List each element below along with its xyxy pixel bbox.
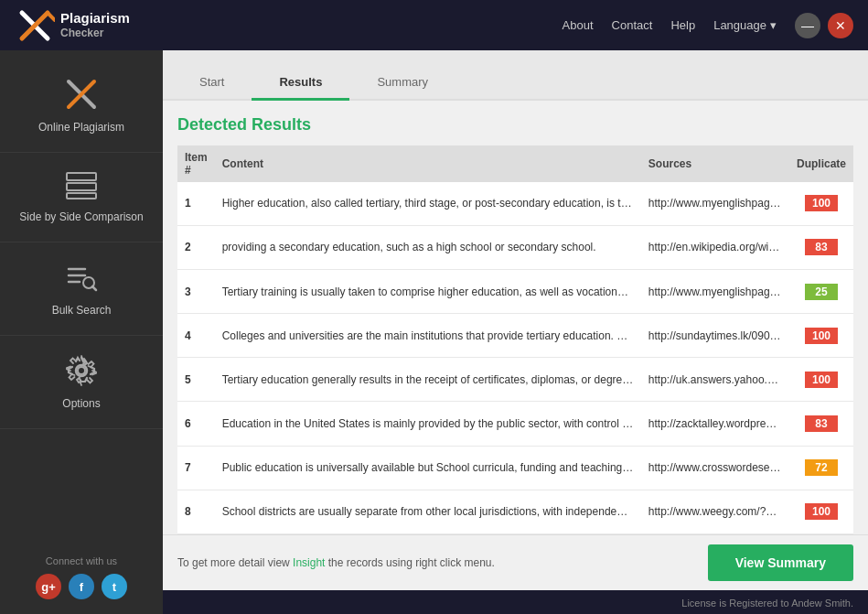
sidebar-bottom: Connect with us g+ f t	[0, 541, 163, 614]
row-content: Public education is universally availabl…	[215, 446, 641, 490]
duplicate-badge: 83	[805, 239, 838, 255]
results-content: Detected Results Item # Content Sources …	[163, 101, 868, 534]
nav-help[interactable]: Help	[670, 18, 695, 32]
sidebar-item-options[interactable]: Options	[0, 336, 163, 429]
svg-rect-8	[67, 193, 96, 199]
col-content: Content	[215, 145, 641, 182]
insight-link[interactable]: Insight	[293, 556, 325, 569]
row-source: http://uk.answers.yahoo.co....	[641, 358, 789, 402]
language-dropdown[interactable]: Language ▾	[713, 18, 777, 32]
svg-rect-7	[67, 183, 96, 190]
close-button[interactable]: ✕	[828, 13, 853, 38]
row-source: http://en.wikipedia.org/wiki....	[641, 225, 789, 269]
social-icons: g+ f t	[15, 574, 148, 599]
row-source: http://sundaytimes.lk/09092....	[641, 314, 789, 358]
tabs-bar: Start Results Summary	[163, 50, 868, 101]
row-duplicate: 100	[789, 182, 853, 225]
logo-icon	[15, 5, 55, 46]
row-item-num: 7	[177, 446, 215, 490]
layers-icon	[65, 171, 98, 203]
svg-line-13	[92, 286, 96, 290]
detected-results-title: Detected Results	[177, 115, 853, 135]
logo-line1: Plagiarism	[60, 10, 130, 27]
table-row[interactable]: 8 School districts are usually separate …	[177, 490, 853, 533]
svg-rect-6	[67, 173, 96, 180]
tab-start[interactable]: Start	[172, 66, 252, 101]
table-row[interactable]: 4 Colleges and universities are the main…	[177, 314, 853, 358]
content-area: Start Results Summary Detected Results I…	[163, 50, 868, 614]
row-duplicate: 83	[789, 225, 853, 269]
sidebar: Online Plagiarism Side by Side Compariso…	[0, 50, 163, 614]
license-text: License is Registered to Andew Smith.	[681, 598, 853, 609]
gear-icon	[65, 354, 98, 390]
row-item-num: 6	[177, 402, 215, 446]
google-social-icon[interactable]: g+	[36, 574, 61, 599]
results-table: Item # Content Sources Duplicate 1 Highe…	[177, 145, 853, 534]
duplicate-badge: 25	[805, 284, 838, 300]
duplicate-badge: 100	[805, 328, 838, 344]
chevron-down-icon: ▾	[770, 18, 777, 32]
table-row[interactable]: 2 providing a secondary education, such …	[177, 225, 853, 269]
col-sources: Sources	[641, 145, 789, 182]
row-duplicate: 100	[789, 358, 853, 402]
row-content: Tertiary training is usually taken to co…	[215, 270, 641, 314]
sidebar-label-side-by-side: Side by Side Comparison	[19, 210, 143, 223]
sidebar-label-options: Options	[62, 397, 100, 410]
row-source: http://www.myenglishpages....	[641, 182, 789, 225]
row-content: School districts are usually separate fr…	[215, 490, 641, 533]
row-item-num: 5	[177, 358, 215, 402]
nav-contact[interactable]: Contact	[612, 18, 653, 32]
row-item-num: 8	[177, 490, 215, 533]
row-content: Colleges and universities are the main i…	[215, 314, 641, 358]
duplicate-badge: 100	[805, 195, 838, 211]
bulk-search-icon	[65, 261, 98, 296]
col-item: Item #	[177, 145, 215, 182]
minimize-button[interactable]: —	[795, 13, 820, 38]
row-source: http://www.crosswordese.co....	[641, 446, 789, 490]
duplicate-badge: 72	[805, 459, 838, 476]
sidebar-item-online-plagiarism[interactable]: Online Plagiarism	[0, 59, 163, 153]
sidebar-item-side-by-side[interactable]: Side by Side Comparison	[0, 153, 163, 242]
tab-results[interactable]: Results	[252, 66, 349, 101]
table-header-row: Item # Content Sources Duplicate	[177, 145, 853, 182]
row-source: http://zacktalley.wordpress.c....	[641, 402, 789, 446]
twitter-social-icon[interactable]: t	[102, 574, 127, 599]
sidebar-label-online-plagiarism: Online Plagiarism	[38, 121, 124, 134]
row-duplicate: 72	[789, 446, 853, 490]
table-row[interactable]: 5 Tertiary education generally results i…	[177, 358, 853, 402]
row-content: providing a secondary education, such as…	[215, 225, 641, 269]
row-source: http://www.myenglishpages....	[641, 270, 789, 314]
view-summary-button[interactable]: View Summary	[708, 544, 853, 581]
logo-area: Plagiarism Checker	[15, 5, 130, 46]
nav-links: About Contact Help Language ▾	[563, 18, 777, 32]
nav-about[interactable]: About	[563, 18, 594, 32]
row-content: Education in the United States is mainly…	[215, 402, 641, 446]
svg-point-15	[78, 367, 85, 374]
tab-summary[interactable]: Summary	[349, 66, 455, 101]
row-item-num: 4	[177, 314, 215, 358]
table-row[interactable]: 6 Education in the United States is main…	[177, 402, 853, 446]
row-duplicate: 25	[789, 270, 853, 314]
facebook-social-icon[interactable]: f	[69, 574, 94, 599]
connect-with-us-label: Connect with us	[15, 555, 148, 566]
duplicate-badge: 83	[805, 415, 838, 432]
row-duplicate: 100	[789, 490, 853, 533]
x-icon	[65, 78, 98, 113]
logo-text-block: Plagiarism Checker	[60, 10, 130, 39]
row-item-num: 3	[177, 270, 215, 314]
main-layout: Online Plagiarism Side by Side Compariso…	[0, 50, 868, 614]
sidebar-item-bulk-search[interactable]: Bulk Search	[0, 242, 163, 336]
table-row[interactable]: 1 Higher education, also called tertiary…	[177, 182, 853, 225]
duplicate-badge: 100	[805, 503, 838, 520]
table-row[interactable]: 3 Tertiary training is usually taken to …	[177, 270, 853, 314]
row-item-num: 1	[177, 182, 215, 225]
table-row[interactable]: 7 Public education is universally availa…	[177, 446, 853, 490]
duplicate-badge: 100	[805, 372, 838, 388]
row-duplicate: 83	[789, 402, 853, 446]
col-duplicate: Duplicate	[789, 145, 853, 182]
row-duplicate: 100	[789, 314, 853, 358]
row-content: Tertiary education generally results in …	[215, 358, 641, 402]
logo-line2: Checker	[60, 27, 130, 39]
row-item-num: 2	[177, 225, 215, 269]
row-source: http://www.weegy.com/?Co....	[641, 490, 789, 533]
